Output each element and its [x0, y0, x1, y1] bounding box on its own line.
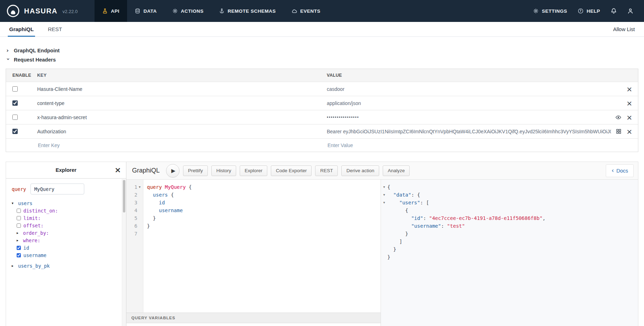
api-tabbar: GraphiQL REST Allow List: [0, 22, 644, 37]
brand[interactable]: HASURA v2.22.0: [0, 0, 81, 22]
execute-query-button[interactable]: ▶: [166, 164, 179, 177]
remove-header-icon[interactable]: ×: [626, 114, 632, 121]
tab-rest-label: REST: [48, 26, 62, 32]
header-value[interactable]: casdoor: [327, 86, 621, 92]
rest-button[interactable]: REST: [315, 165, 338, 176]
remove-header-icon[interactable]: ×: [626, 100, 632, 107]
code-line: {: [387, 206, 635, 214]
graphql-endpoint-label: GraphQL Endpoint: [14, 48, 59, 53]
code-line: "data": {: [387, 191, 635, 199]
close-explorer-icon[interactable]: ×: [115, 166, 121, 174]
explorer-tree-item[interactable]: ▸users_by_pk: [12, 262, 120, 269]
allow-list-link[interactable]: Allow List: [613, 27, 635, 32]
field-checkbox[interactable]: [17, 223, 21, 228]
expand-arrow-icon[interactable]: ▸: [12, 264, 16, 268]
fold-arrow-icon[interactable]: ▾: [137, 183, 142, 191]
nav-item-label: API: [111, 8, 119, 14]
query-editor[interactable]: 1▾234567 query MyQuery { users { id user…: [126, 180, 381, 313]
anchor-icon: [219, 8, 224, 14]
prettify-button[interactable]: Prettify: [183, 165, 208, 176]
request-headers-toggle[interactable]: › Request Headers: [6, 55, 644, 64]
explorer-tree-item[interactable]: limit:: [12, 214, 120, 222]
scrollbar-thumb[interactable]: [123, 180, 125, 213]
fold-arrow-icon[interactable]: ▾: [381, 183, 387, 191]
header-row-content-type: content-type application/json ×: [6, 96, 638, 110]
fold-spacer: [381, 206, 387, 214]
user-account-icon[interactable]: [627, 8, 633, 14]
query-variables-bar[interactable]: QUERY VARIABLES: [126, 313, 381, 323]
remove-header-icon[interactable]: ×: [626, 128, 632, 135]
settings-button[interactable]: SETTINGS: [533, 8, 567, 14]
reveal-secret-eye-icon[interactable]: [615, 115, 621, 120]
fold-arrow-icon[interactable]: ▾: [381, 199, 387, 206]
field-checkbox[interactable]: [17, 209, 21, 213]
explorer-scrollbar: [122, 179, 126, 326]
nav-item-events[interactable]: EVENTS: [284, 0, 328, 22]
query-variables-editor[interactable]: [126, 323, 381, 326]
explorer-tree-item[interactable]: distinct_on:: [12, 207, 120, 214]
fold-arrow-icon[interactable]: ▾: [381, 191, 387, 199]
line-number: 1▾: [126, 183, 143, 191]
operation-name-input[interactable]: [30, 184, 84, 194]
header-key[interactable]: Hasura-Client-Name: [37, 86, 327, 92]
enable-header-checkbox[interactable]: [12, 115, 18, 120]
explorer-tree-item[interactable]: ▸where:: [12, 237, 120, 244]
derive-action-button[interactable]: Derive action: [341, 165, 379, 176]
tab-graphiql[interactable]: GraphiQL: [9, 22, 34, 36]
analyze-button[interactable]: Analyze: [383, 165, 410, 176]
explorer-button[interactable]: Explorer: [240, 165, 267, 176]
explorer-tree-item[interactable]: id: [12, 244, 120, 251]
nav-item-data[interactable]: DATA: [127, 0, 165, 22]
explorer-tree-item[interactable]: ▾users: [12, 199, 120, 207]
enable-header-checkbox[interactable]: [12, 129, 18, 134]
code-line: }: [387, 253, 635, 261]
expand-arrow-icon[interactable]: ▸: [17, 231, 21, 235]
tree-node-label: limit:: [23, 215, 41, 221]
remove-header-icon[interactable]: ×: [626, 86, 632, 93]
expand-arrow-icon[interactable]: ▸: [17, 238, 21, 242]
nav-item-label: ACTIONS: [181, 8, 204, 14]
help-button[interactable]: ? HELP: [578, 8, 600, 14]
docs-button[interactable]: ‹ Docs: [606, 164, 634, 177]
header-row-authorization: Authorization Bearer eyJhbGciOiJSUzI1NiI…: [6, 124, 638, 138]
header-key[interactable]: Authorization: [37, 129, 327, 134]
decode-jwt-icon[interactable]: [616, 129, 621, 134]
header-value[interactable]: application/json: [327, 100, 621, 106]
notifications-bell-icon[interactable]: [611, 8, 617, 14]
collapse-arrow-icon[interactable]: ▾: [12, 201, 16, 205]
new-header-value-input[interactable]: [327, 142, 440, 149]
graphql-endpoint-toggle[interactable]: › GraphQL Endpoint: [6, 46, 644, 55]
header-key[interactable]: x-hasura-admin-secret: [37, 115, 327, 120]
header-value-masked[interactable]: ••••••••••••••••: [327, 115, 610, 120]
nav-item-remote-schemas[interactable]: REMOTE SCHEMAS: [211, 0, 284, 22]
enable-header-checkbox[interactable]: [12, 86, 18, 92]
field-checkbox[interactable]: [17, 253, 21, 257]
tab-rest[interactable]: REST: [48, 22, 62, 36]
nav-item-label: DATA: [143, 8, 157, 14]
response-panel: ▾▾▾ { "data": { "users": [ { "id": "4ec7…: [381, 180, 638, 326]
editor-code[interactable]: query MyQuery { users { id username }}: [143, 180, 381, 313]
nav-item-api[interactable]: API: [95, 0, 127, 22]
explorer-tree-item[interactable]: offset:: [12, 222, 120, 229]
header-key[interactable]: content-type: [37, 100, 327, 106]
fold-spacer: [381, 222, 387, 230]
tree-node-label: users: [18, 200, 33, 206]
history-button[interactable]: History: [211, 165, 236, 176]
explorer-tree-item[interactable]: username: [12, 251, 120, 259]
chevron-right-icon: ›: [6, 48, 10, 53]
code-line: }: [387, 230, 635, 238]
field-checkbox[interactable]: [17, 216, 21, 220]
enable-header-checkbox[interactable]: [12, 100, 18, 106]
column-header-enable: ENABLE: [6, 73, 37, 78]
header-value[interactable]: Bearer eyJhbGciOiJSUzI1NiIsImtpZCI6ImNlc…: [327, 129, 611, 134]
cog-icon: [172, 8, 178, 14]
field-checkbox[interactable]: [17, 246, 21, 250]
database-icon: [135, 8, 140, 14]
code-line: }: [387, 245, 635, 253]
tree-node-label: id: [23, 245, 29, 251]
code-exporter-button[interactable]: Code Exporter: [271, 165, 312, 176]
nav-item-actions[interactable]: ACTIONS: [165, 0, 211, 22]
explorer-tree-item[interactable]: ▸order_by:: [12, 229, 120, 237]
header-row-admin-secret: x-hasura-admin-secret •••••••••••••••• ×: [6, 110, 638, 124]
new-header-key-input[interactable]: [37, 142, 150, 149]
